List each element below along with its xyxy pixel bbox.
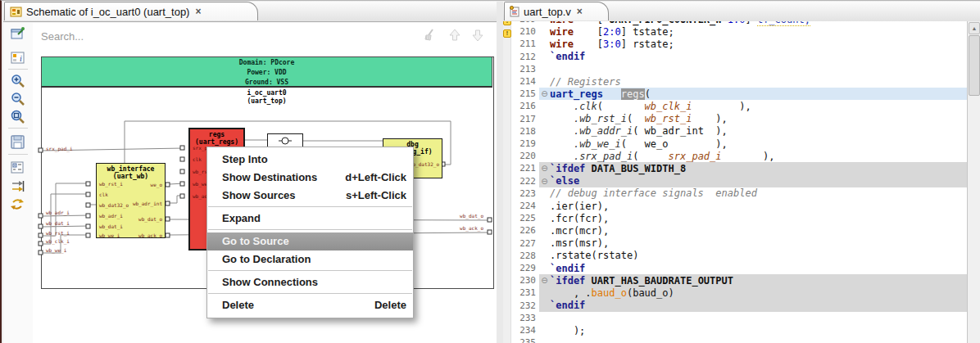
menu-item-delete[interactable]: Delete Delete [207, 296, 413, 314]
menu-item-show-sources[interactable]: Show Sources s+Left-Click [207, 187, 413, 205]
code-text[interactable]: `ifdef DATA_BUS_WIDTH_8 [550, 163, 686, 174]
tab-close-icon[interactable]: × [577, 6, 583, 17]
code-line-234[interactable]: 234 ); [503, 324, 968, 336]
code-line-212[interactable]: 212`endif [503, 51, 968, 63]
block-name: regs [190, 129, 243, 138]
code-line-231[interactable]: 231 , .baud_o(baud_o) [503, 287, 968, 299]
code-line-230[interactable]: 230⊖`ifdef UART_HAS_BAUDRATE_OUTPUT [503, 274, 968, 287]
panel-sash[interactable] [497, 2, 503, 343]
tab-close-icon[interactable]: × [195, 6, 201, 17]
scrollbar-thumb[interactable] [969, 35, 980, 96]
code-area[interactable]: !209wire [ UART_FIFO_COUNTER_W-1:0] tf_c… [503, 21, 968, 343]
code-text[interactable]: // debug interface signals enabled [550, 187, 757, 199]
properties-icon[interactable]: i [11, 51, 25, 65]
code-line-225[interactable]: 225.fcr(fcr), [503, 212, 968, 224]
code-text[interactable]: .clk( wb_clk_i ), [550, 101, 751, 112]
code-text[interactable]: ); [550, 325, 585, 336]
line-number: 215 [511, 88, 539, 99]
save-icon[interactable] [11, 135, 25, 150]
code-line-223[interactable]: 223// debug interface signals enabled [503, 187, 968, 200]
code-line-226[interactable]: 226.mcr(mcr), [503, 224, 968, 237]
code-line-235[interactable]: 235 [503, 336, 968, 343]
code-text[interactable]: , .baud_o(baud_o) [550, 287, 674, 299]
code-line-224[interactable]: 224.ier(ier), [503, 200, 968, 212]
code-line-221[interactable]: 221⊖`ifdef DATA_BUS_WIDTH_8 [503, 162, 968, 174]
line-number: 216 [511, 101, 539, 111]
tab-schematic[interactable]: Schematic of i_oc_uart0 (uart_top) × [4, 2, 258, 20]
menu-item-show-connections[interactable]: Show Connections [207, 273, 413, 291]
menu-item-expand[interactable]: Expand [207, 210, 413, 228]
code-token: ] [745, 21, 756, 25]
code-line-215[interactable]: 215⊖uart_regs regs( [503, 88, 968, 100]
code-text[interactable]: `else [550, 175, 579, 187]
code-text[interactable]: `ifdef UART_HAS_BAUDRATE_OUTPUT [550, 275, 733, 287]
swap-icon[interactable] [11, 197, 25, 212]
menu-item-show-destinations[interactable]: Show Destinations d+Left-Click [207, 169, 413, 187]
port-label: wb_adr_i [99, 214, 123, 219]
fold-collapse-icon[interactable]: ⊖ [539, 164, 550, 173]
code-line-218[interactable]: 218 .wb_addr_i( wb_adr_int ), [503, 125, 968, 138]
code-token: ( [633, 151, 668, 162]
fold-collapse-icon[interactable]: ⊖ [539, 276, 550, 285]
warning-icon: ! [503, 26, 511, 38]
code-text[interactable]: `endif [550, 263, 585, 274]
clear-search-icon[interactable] [423, 28, 438, 43]
code-text[interactable]: .rstate(rstate) [550, 250, 638, 261]
code-line-213[interactable]: 213 [503, 63, 968, 75]
code-line-232[interactable]: 232`endif [503, 300, 968, 312]
code-editor[interactable]: !209wire [ UART_FIFO_COUNTER_W-1:0] tf_c… [503, 21, 980, 343]
code-text[interactable]: // Registers [550, 76, 621, 88]
code-line-214[interactable]: 214// Registers [503, 75, 968, 88]
menu-item-go-to-declaration[interactable]: Go to Declaration [207, 250, 413, 269]
code-text[interactable]: .fcr(fcr), [550, 213, 609, 224]
menu-item-step-into[interactable]: Step Into [207, 151, 413, 169]
block-wb-interface[interactable]: wb_interface (uart_wb) wb_rst_i clk wb_d… [96, 163, 166, 238]
code-text[interactable]: wire [3:0] rstate; [550, 38, 674, 50]
fold-collapse-icon[interactable]: ⊖ [539, 177, 550, 186]
code-text[interactable]: wire [ UART_FIFO_COUNTER_W-1:0] tf_count… [550, 21, 810, 25]
tab-uart-top-v[interactable]: uart_top.v × [504, 2, 609, 20]
trace-signal-icon[interactable] [11, 179, 25, 194]
code-text[interactable]: `endif [550, 300, 585, 311]
schematic-canvas[interactable]: Domain: PDcore Power: VDD Ground: VSS i_… [33, 47, 497, 343]
code-text[interactable]: .wb_we_i( we_o ), [550, 138, 728, 150]
code-line-229[interactable]: 229`endif [503, 262, 968, 274]
code-line-217[interactable]: 217 .wb_rst_i( wb_rst_i ), [503, 113, 968, 125]
edge-port-label: wb_we_i [46, 248, 66, 253]
options-icon[interactable] [11, 160, 25, 175]
code-line-220[interactable]: 220 .srx_pad_i( srx_pad_i ), [503, 150, 968, 162]
fold-collapse-icon[interactable]: ⊖ [539, 89, 550, 98]
code-text[interactable]: wire [2:0] tstate; [550, 26, 674, 38]
code-token: // Registers [550, 76, 621, 88]
code-text[interactable]: .ier(ier), [550, 201, 609, 212]
search-row [33, 23, 497, 48]
code-line-211[interactable]: 211wire [3:0] rstate; [503, 38, 968, 50]
code-text[interactable]: .msr(msr), [550, 237, 609, 249]
code-text[interactable]: uart_regs regs( [550, 88, 651, 100]
code-text[interactable]: `endif [550, 51, 585, 62]
code-text[interactable]: .wb_addr_i( wb_adr_int ), [550, 125, 728, 137]
previous-match-icon[interactable] [447, 28, 462, 43]
code-text[interactable]: .srx_pad_i( srx_pad_i ), [550, 151, 775, 162]
zoom-fit-icon[interactable] [11, 110, 25, 124]
new-window-pin-icon[interactable] [11, 26, 25, 41]
code-line-228[interactable]: 228.rstate(rstate) [503, 250, 968, 262]
block-clock-buffer[interactable] [267, 133, 303, 147]
scroll-up-icon[interactable]: ▲ [969, 22, 980, 34]
menu-item-go-to-source[interactable]: Go to Source [207, 232, 413, 250]
code-line-216[interactable]: 216 .clk( wb_clk_i ), [503, 100, 968, 112]
code-line-227[interactable]: 227.msr(msr), [503, 237, 968, 250]
tab-title: Schematic of i_oc_uart0 (uart_top) [26, 6, 189, 18]
code-text[interactable]: .mcr(mcr), [550, 225, 609, 237]
line-number: 218 [511, 126, 539, 137]
code-line-222[interactable]: 222⊖`else [503, 175, 968, 187]
code-text[interactable]: .wb_rst_i( wb_rst_i ), [550, 113, 728, 124]
code-line-219[interactable]: 219 .wb_we_i( we_o ), [503, 138, 968, 150]
zoom-in-icon[interactable] [11, 74, 25, 88]
next-match-icon[interactable] [470, 28, 485, 43]
search-input[interactable] [39, 26, 428, 46]
vertical-scrollbar[interactable]: ▲ [967, 21, 980, 343]
zoom-out-icon[interactable] [11, 92, 25, 106]
code-line-210[interactable]: !210wire [2:0] tstate; [503, 25, 968, 38]
code-line-233[interactable]: 233 [503, 312, 968, 324]
